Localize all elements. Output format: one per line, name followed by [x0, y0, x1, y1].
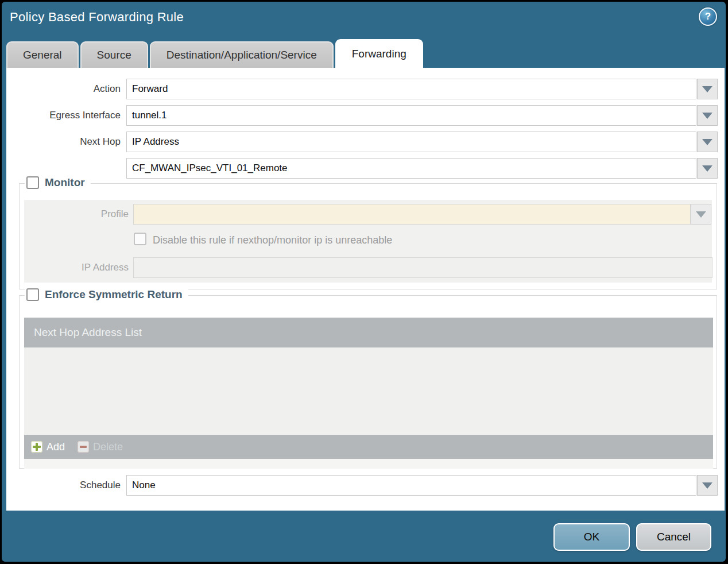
- minus-icon: [78, 441, 89, 453]
- egress-interface-label: Egress Interface: [6, 105, 121, 126]
- table-scroll-strip: [24, 459, 713, 469]
- cancel-button[interactable]: Cancel: [636, 523, 711, 551]
- monitor-legend-label: Monitor: [45, 176, 85, 189]
- chevron-down-icon: [702, 139, 712, 145]
- next-hop-type-value: IP Address: [132, 136, 179, 147]
- chevron-down-icon: [702, 482, 712, 489]
- egress-interface-row: Egress Interface tunnel.1: [6, 105, 725, 126]
- chevron-down-icon: [702, 86, 712, 92]
- next-hop-address-dropdown-button[interactable]: [697, 158, 718, 179]
- profile-label: Profile: [24, 204, 129, 225]
- schedule-label: Schedule: [6, 475, 121, 496]
- add-button-label: Add: [47, 441, 65, 453]
- monitor-section: Monitor Profile Disable this rule if nex…: [19, 183, 717, 289]
- schedule-value: None: [132, 480, 156, 490]
- enforce-symmetric-return-checkbox[interactable]: [26, 288, 39, 301]
- action-value: Forward: [132, 83, 168, 94]
- chevron-down-icon: [696, 211, 706, 218]
- egress-interface-dropdown-button[interactable]: [697, 105, 718, 126]
- policy-based-forwarding-rule-dialog: Policy Based Forwarding Rule ? General S…: [2, 2, 726, 562]
- tab-general[interactable]: General: [6, 41, 79, 68]
- next-hop-address-list-body[interactable]: [24, 347, 713, 435]
- action-row: Action Forward: [6, 79, 725, 99]
- profile-dropdown-button[interactable]: [691, 204, 711, 225]
- action-label: Action: [6, 79, 121, 99]
- enforce-symmetric-return-legend-label: Enforce Symmetric Return: [45, 288, 183, 301]
- next-hop-row: Next Hop IP Address: [6, 132, 725, 152]
- monitor-legend: Monitor: [25, 176, 91, 189]
- egress-interface-value: tunnel.1: [132, 110, 167, 121]
- next-hop-address-list-header-label: Next Hop Address List: [34, 326, 142, 338]
- action-select[interactable]: Forward: [126, 79, 696, 99]
- delete-button[interactable]: Delete: [78, 441, 123, 453]
- next-hop-dropdown-button[interactable]: [697, 132, 718, 152]
- schedule-select[interactable]: None: [126, 475, 696, 496]
- help-icon[interactable]: ?: [699, 7, 717, 26]
- disable-rule-row: Disable this rule if nexthop/monitor ip …: [24, 231, 712, 252]
- forwarding-tab-panel: Action Forward Egress Interface tunnel.1…: [6, 68, 725, 511]
- tab-bar: General Source Destination/Application/S…: [6, 38, 423, 68]
- chevron-down-icon: [702, 165, 712, 172]
- monitor-ip-address-input[interactable]: [133, 257, 712, 278]
- next-hop-address-select[interactable]: CF_MWAN_IPsec_VTI_01_Remote: [126, 158, 696, 179]
- ok-button[interactable]: OK: [553, 523, 630, 551]
- table-toolbar: Add Delete: [24, 435, 713, 459]
- disable-rule-checkbox[interactable]: [134, 233, 146, 245]
- disable-rule-label: Disable this rule if nexthop/monitor ip …: [153, 234, 392, 246]
- profile-row: Profile: [24, 204, 712, 225]
- add-button[interactable]: Add: [31, 441, 65, 453]
- next-hop-address-list-header: Next Hop Address List: [24, 318, 713, 347]
- next-hop-address-value: CF_MWAN_IPsec_VTI_01_Remote: [132, 163, 288, 173]
- profile-select[interactable]: [133, 204, 691, 225]
- next-hop-label: Next Hop: [6, 132, 121, 152]
- monitor-ip-address-label: IP Address: [24, 257, 129, 278]
- action-dropdown-button[interactable]: [697, 79, 718, 99]
- enforce-symmetric-return-section: Enforce Symmetric Return Next Hop Addres…: [19, 295, 717, 469]
- next-hop-address-row: CF_MWAN_IPsec_VTI_01_Remote: [6, 158, 725, 179]
- schedule-row: Schedule None: [6, 475, 725, 496]
- dialog-title: Policy Based Forwarding Rule: [10, 10, 184, 25]
- enforce-symmetric-return-legend: Enforce Symmetric Return: [25, 288, 188, 301]
- monitor-checkbox[interactable]: [26, 176, 39, 189]
- schedule-dropdown-button[interactable]: [697, 475, 718, 496]
- next-hop-type-select[interactable]: IP Address: [126, 132, 696, 152]
- tab-source[interactable]: Source: [80, 41, 148, 68]
- monitor-panel: Profile Disable this rule if nexthop/mon…: [24, 200, 712, 283]
- help-glyph: ?: [705, 11, 711, 22]
- egress-interface-select[interactable]: tunnel.1: [126, 105, 696, 126]
- monitor-ip-address-row: IP Address: [24, 257, 712, 278]
- tab-destination-application-service[interactable]: Destination/Application/Service: [150, 41, 334, 68]
- tab-forwarding[interactable]: Forwarding: [335, 39, 423, 68]
- chevron-down-icon: [702, 113, 712, 119]
- delete-button-label: Delete: [93, 441, 123, 453]
- plus-icon: [31, 441, 42, 453]
- title-bar: Policy Based Forwarding Rule ?: [2, 2, 726, 37]
- next-hop-address-table: Next Hop Address List Add Delete: [24, 318, 713, 469]
